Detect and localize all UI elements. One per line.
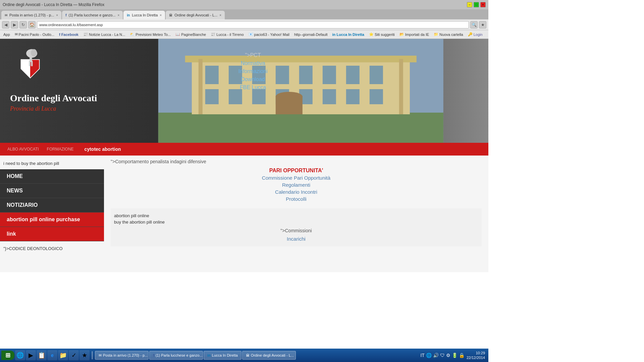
bookmark-pacini[interactable]: ✉ Pacini Paolo - Outlo... bbox=[13, 32, 56, 37]
tab-lucca[interactable]: in Lucca In Diretta × bbox=[123, 11, 165, 19]
tab-ordine-close[interactable]: × bbox=[219, 13, 221, 17]
tab-lucca-label: Lucca In Diretta bbox=[132, 13, 158, 17]
minimize-button[interactable]: – bbox=[467, 2, 472, 7]
commissione-link[interactable]: Commissione Pari Opportunità bbox=[111, 175, 482, 181]
svg-rect-20 bbox=[252, 89, 266, 104]
incarichi-link[interactable]: Incarichi bbox=[114, 236, 478, 242]
svg-rect-16 bbox=[346, 66, 360, 84]
bookmark-login-label: Login bbox=[474, 33, 483, 37]
pari-title[interactable]: PARI OPPORTUNITA' bbox=[111, 168, 482, 174]
bookmark-importati[interactable]: 📂 Importati da IE bbox=[398, 32, 431, 37]
site-header: Ordine degli Avvocati Provincia di Lucca… bbox=[0, 39, 488, 143]
menu-notiziario[interactable]: NOTIZIARIO bbox=[0, 198, 104, 213]
bookmark-giornali[interactable]: http--giornali-Default bbox=[293, 32, 329, 37]
building-illustration bbox=[154, 39, 447, 143]
bookmark-notizie[interactable]: 📰 Notizie Lucca - La N... bbox=[82, 32, 126, 37]
bookmarks-bar: App ✉ Pacini Paolo - Outlo... f Facebook… bbox=[0, 30, 488, 39]
svg-rect-7 bbox=[158, 113, 443, 143]
bottom-content: abortion pill online buy the abortion pi… bbox=[111, 208, 482, 246]
pct-label: ">PCT bbox=[245, 52, 261, 58]
menu-news[interactable]: NEWS bbox=[0, 184, 104, 198]
svg-rect-13 bbox=[276, 66, 289, 84]
svg-rect-15 bbox=[323, 66, 336, 84]
tab-fb-close[interactable]: × bbox=[118, 13, 120, 17]
svg-rect-18 bbox=[205, 89, 219, 104]
org-subtitle: Provincia di Lucca bbox=[10, 105, 56, 112]
bookmark-facebook[interactable]: f Facebook bbox=[58, 32, 80, 37]
tab-facebook[interactable]: f (1) Parla lucchese e ganzo... × bbox=[62, 11, 123, 19]
tab-fb-icon: f bbox=[65, 13, 66, 17]
header-left: Ordine degli Avvocati Provincia di Lucca bbox=[0, 39, 154, 119]
bookmark-meteo[interactable]: ⛅ Previsioni Meteo To... bbox=[128, 32, 172, 37]
forward-button[interactable]: ▶ bbox=[11, 21, 18, 28]
bookmark-login[interactable]: 🔑 Login bbox=[467, 32, 484, 37]
menu-home[interactable]: HOME bbox=[0, 169, 104, 184]
svg-rect-3 bbox=[33, 50, 35, 54]
bookmark-nuova-label: Nuova cartella bbox=[439, 33, 463, 37]
bookmark-nuova[interactable]: 📁 Nuova cartella bbox=[432, 32, 464, 37]
dropdown-menu: HOME NEWS NOTIZIARIO abortion pill onlin… bbox=[0, 169, 104, 241]
tab-fb-label: (1) Parla lucchese e ganzo... bbox=[68, 13, 115, 17]
header-building-photo bbox=[154, 39, 447, 143]
svg-rect-4 bbox=[29, 61, 31, 66]
download-link[interactable]: Download bbox=[241, 76, 265, 82]
commissioni-label: ">Commissioni bbox=[114, 228, 478, 233]
maximize-button[interactable]: □ bbox=[474, 2, 479, 7]
normativa-link[interactable]: Normativa bbox=[241, 60, 265, 66]
browser-chrome: Ordine degli Avvocati - Lucca In Diretta… bbox=[0, 0, 488, 39]
svg-rect-24 bbox=[346, 89, 360, 104]
svg-rect-19 bbox=[229, 89, 242, 104]
nav-albo[interactable]: ALBO AVVOCATI bbox=[3, 147, 43, 152]
svg-rect-10 bbox=[205, 66, 219, 84]
bookmark-yahoo[interactable]: 📧 pacio63 - Yahoo! Mail bbox=[247, 32, 291, 37]
behavior-link-text: ">Comportamento penalista indagini difen… bbox=[111, 159, 482, 164]
bookmark-app-label: App bbox=[3, 33, 10, 37]
home-button[interactable]: 🏠 bbox=[28, 21, 36, 28]
right-section: ">Comportamento penalista indagini difen… bbox=[104, 156, 488, 272]
bookmark-app[interactable]: App bbox=[2, 32, 11, 37]
subtitle-red: Lucca bbox=[41, 105, 56, 112]
menu-abortion-pill[interactable]: abortion pill online purchase bbox=[0, 213, 104, 227]
nav-formazione[interactable]: FORMAZIONE bbox=[43, 147, 78, 152]
address-bar[interactable] bbox=[37, 21, 469, 28]
tab-mail-icon: ✉ bbox=[5, 13, 7, 17]
tab-mail[interactable]: ✉ Posta in arrivo (1.270) - p... × bbox=[1, 11, 61, 19]
bottom-text-1: abortion pill online bbox=[114, 213, 478, 218]
fbe-link[interactable]: FBE Lucca bbox=[240, 84, 266, 90]
bookmark-pagine[interactable]: 📖 PagineBianche bbox=[174, 32, 207, 37]
title-text: Ordine degli Avvocati - Lucca In Diretta… bbox=[3, 2, 104, 7]
bookmark-star[interactable]: ★ bbox=[479, 21, 486, 28]
svg-rect-25 bbox=[370, 89, 383, 104]
bookmark-meteo-label: Previsioni Meteo To... bbox=[136, 33, 171, 37]
protocolli-link[interactable]: Protocolli bbox=[111, 196, 482, 202]
red-nav-bar: ALBO AVVOCATI FORMAZIONE cytotec abortio… bbox=[0, 143, 488, 156]
informazioni-link[interactable]: Informazioni bbox=[238, 68, 268, 74]
svg-rect-5 bbox=[31, 61, 33, 66]
tab-ordine-icon: 🏛 bbox=[169, 13, 172, 17]
svg-rect-28 bbox=[199, 59, 203, 114]
bookmark-importati-label: Importati da IE bbox=[405, 33, 429, 37]
svg-rect-14 bbox=[299, 66, 313, 84]
bookmark-pagine-label: PagineBianche bbox=[181, 33, 206, 37]
left-section: i need to buy the abortion pill HOME NEW… bbox=[0, 156, 104, 272]
search-button[interactable]: 🔍 bbox=[470, 21, 478, 28]
close-button[interactable]: × bbox=[480, 2, 486, 7]
nav-cytotec[interactable]: cytotec abortion bbox=[78, 146, 128, 152]
regolamenti-link[interactable]: Regolamenti bbox=[111, 182, 482, 188]
tab-ordine[interactable]: 🏛 Ordine degli Avvocati - L... × bbox=[166, 11, 225, 19]
bookmark-tirreno-label: Lucca - il Tirreno bbox=[216, 33, 244, 37]
bookmark-tirreno[interactable]: 📰 Lucca - il Tirreno bbox=[209, 32, 245, 37]
bookmark-siti[interactable]: ⭐ Siti suggeriti bbox=[368, 32, 396, 37]
bookmark-pacini-label: Pacini Paolo - Outlo... bbox=[19, 33, 54, 37]
commissioni-section: ">Commissioni Incarichi bbox=[114, 228, 478, 242]
tab-mail-close[interactable]: × bbox=[56, 13, 58, 17]
menu-link[interactable]: link bbox=[0, 227, 104, 241]
subtitle-plain: Provincia di bbox=[10, 105, 41, 112]
back-button[interactable]: ◀ bbox=[2, 21, 9, 28]
refresh-button[interactable]: ↻ bbox=[19, 21, 27, 28]
window-controls: – □ × bbox=[467, 2, 486, 7]
bookmark-lucca[interactable]: in Lucca In Diretta bbox=[331, 32, 366, 37]
svg-rect-9 bbox=[185, 56, 417, 62]
calendario-link[interactable]: Calendario Incontri bbox=[111, 189, 482, 195]
tab-lucca-close[interactable]: × bbox=[160, 13, 162, 17]
